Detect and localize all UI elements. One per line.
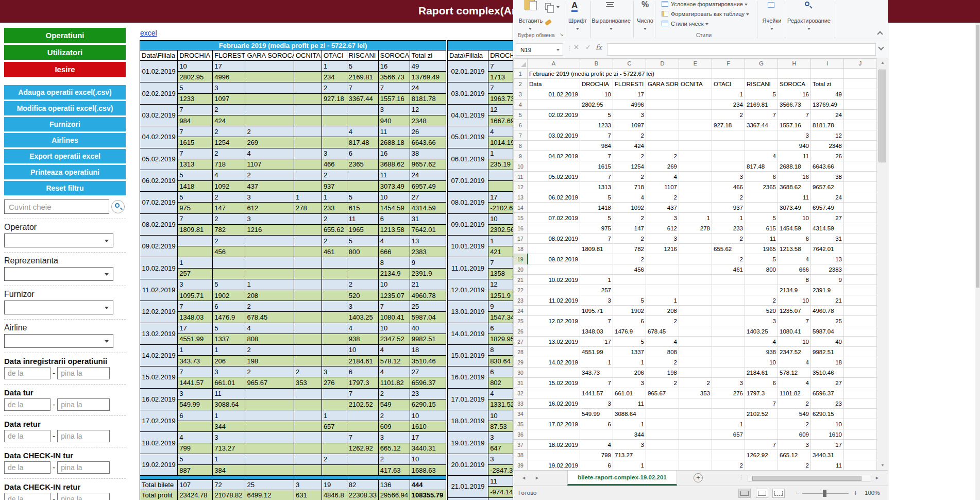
excel-cell[interactable]: 2 [646, 151, 679, 161]
excel-cell[interactable]: 1337 [613, 347, 646, 357]
sidebar-item-utilizatori[interactable]: Utilizatori [4, 45, 126, 60]
excel-cell[interactable]: 2 [613, 130, 646, 141]
excel-cell[interactable]: 276 [712, 388, 745, 398]
scrollbar-thumb[interactable] [878, 70, 886, 162]
excel-cell[interactable]: Data [528, 79, 580, 89]
excel-cell[interactable]: 2 [613, 172, 646, 182]
excel-cell[interactable] [844, 264, 877, 275]
excel-cell[interactable]: 3367.44 [745, 120, 778, 130]
excel-cell[interactable] [528, 429, 580, 440]
excel-cell[interactable]: DROCHIA [580, 79, 613, 89]
excel-cell[interactable] [528, 99, 580, 110]
excel-cell[interactable] [712, 347, 745, 357]
format-painter-icon[interactable] [545, 19, 552, 26]
excel-cell[interactable]: 09.02.2019 [528, 254, 580, 264]
adauga-operatii-button[interactable]: Adauga operatii excel(.csv) [4, 85, 126, 99]
excel-cell[interactable] [844, 368, 877, 378]
excel-cell[interactable]: 17 [811, 440, 844, 450]
excel-cell[interactable]: 6 [613, 316, 646, 326]
excel-cell[interactable] [679, 337, 712, 347]
excel-cell[interactable]: 799 [580, 450, 613, 460]
excel-cell[interactable] [844, 110, 877, 120]
excel-cell[interactable]: 13769.49 [811, 99, 844, 110]
excel-cell[interactable]: 3 [646, 234, 679, 244]
excel-cell[interactable] [844, 69, 877, 79]
excel-cell[interactable] [712, 151, 745, 161]
excel-cell[interactable] [679, 368, 712, 378]
excel-cell[interactable] [844, 79, 877, 89]
excel-cell[interactable]: 3 [712, 378, 745, 388]
excel-cell[interactable] [844, 172, 877, 182]
excel-cell[interactable]: 2688.18 [778, 161, 811, 172]
excel-cell[interactable]: 655.62 [712, 244, 745, 254]
excel-cell[interactable]: 1095.71 [580, 306, 613, 316]
excel-cell[interactable]: 4 [613, 192, 646, 203]
excel-cell[interactable]: 2134.9 [778, 285, 811, 295]
excel-cell[interactable]: 6643.66 [811, 161, 844, 172]
excel-cell[interactable]: 927.18 [712, 120, 745, 130]
excel-cell[interactable]: 4314.59 [811, 223, 844, 234]
sheet-tab[interactable]: bilete-raport-complex-19.02.201 [567, 471, 677, 486]
excel-cell[interactable]: 07.02.2019 [528, 213, 580, 223]
excel-cell[interactable] [679, 440, 712, 450]
excel-cell[interactable]: 40 [811, 337, 844, 347]
row-header[interactable]: 1 [514, 69, 528, 79]
excel-cell[interactable] [679, 120, 712, 130]
excel-cell[interactable] [712, 295, 745, 306]
excel-cell[interactable] [745, 203, 778, 213]
excel-cell[interactable]: 269 [646, 161, 679, 172]
scrollbar-thumb[interactable] [976, 25, 979, 288]
excel-cell[interactable]: 3510.46 [811, 368, 844, 378]
excel-cell[interactable]: 5 [580, 110, 613, 120]
date-to-input[interactable] [57, 398, 110, 411]
zoom-slider[interactable] [802, 493, 849, 494]
excel-cell[interactable]: 01.02.2019 [528, 89, 580, 99]
excel-cell[interactable]: 800 [745, 264, 778, 275]
excel-cell[interactable]: 3 [580, 398, 613, 409]
excel-cell[interactable]: Februarie 2019 (media profit pe zi - 572… [528, 69, 580, 79]
excel-cell[interactable] [580, 429, 613, 440]
excel-cell[interactable]: 4551.99 [580, 347, 613, 357]
excel-cell[interactable]: 5987.04 [811, 326, 844, 337]
excel-cell[interactable] [844, 357, 877, 368]
excel-cell[interactable]: 10 [778, 295, 811, 306]
excel-cell[interactable]: 1262.92 [745, 450, 778, 460]
excel-cell[interactable]: 2 [613, 213, 646, 223]
excel-cell[interactable]: 2 [646, 192, 679, 203]
excel-cell[interactable] [679, 110, 712, 120]
row-header[interactable]: 16 [514, 223, 528, 234]
excel-cell[interactable] [528, 264, 580, 275]
excel-cell[interactable]: 2 [712, 234, 745, 244]
reprezentanta-select[interactable] [4, 267, 113, 281]
excel-cell[interactable] [646, 130, 679, 141]
excel-cell[interactable]: 4 [745, 337, 778, 347]
excel-cell[interactable]: 4 [745, 151, 778, 161]
row-header[interactable]: 9 [514, 151, 528, 161]
excel-cell[interactable]: 7 [778, 110, 811, 120]
excel-cell[interactable]: 1 [613, 419, 646, 429]
excel-cell[interactable] [679, 419, 712, 429]
alignment-button[interactable]: Выравнивание [592, 18, 631, 24]
excel-cell[interactable]: 12 [811, 130, 844, 141]
excel-cell[interactable]: 257 [580, 285, 613, 295]
excel-cell[interactable]: 4 [778, 378, 811, 388]
excel-cell[interactable]: 661.01 [613, 388, 646, 398]
row-header[interactable]: 18 [514, 244, 528, 254]
excel-cell[interactable]: 08.02.2019 [528, 234, 580, 244]
browser-scrollbar[interactable] [975, 23, 980, 500]
excel-cell[interactable] [844, 151, 877, 161]
excel-cell[interactable]: 1 [712, 89, 745, 99]
excel-cell[interactable] [613, 275, 646, 285]
date-from-input[interactable] [4, 493, 50, 500]
excel-cell[interactable]: 11 [811, 460, 844, 471]
excel-cell[interactable]: 10 [778, 337, 811, 347]
excel-vertical-scrollbar[interactable]: ▲ ▼ [876, 58, 888, 470]
excel-cell[interactable]: 2365 [745, 182, 778, 192]
excel-cell[interactable]: 1 [613, 357, 646, 368]
excel-cell[interactable]: 14.02.2019 [528, 357, 580, 368]
excel-cell[interactable] [712, 409, 745, 419]
insert-function-icon[interactable]: fx [596, 43, 602, 51]
row-header[interactable]: 30 [514, 368, 528, 378]
excel-cell[interactable]: 1 [613, 460, 646, 471]
excel-cell[interactable]: 2 [745, 295, 778, 306]
